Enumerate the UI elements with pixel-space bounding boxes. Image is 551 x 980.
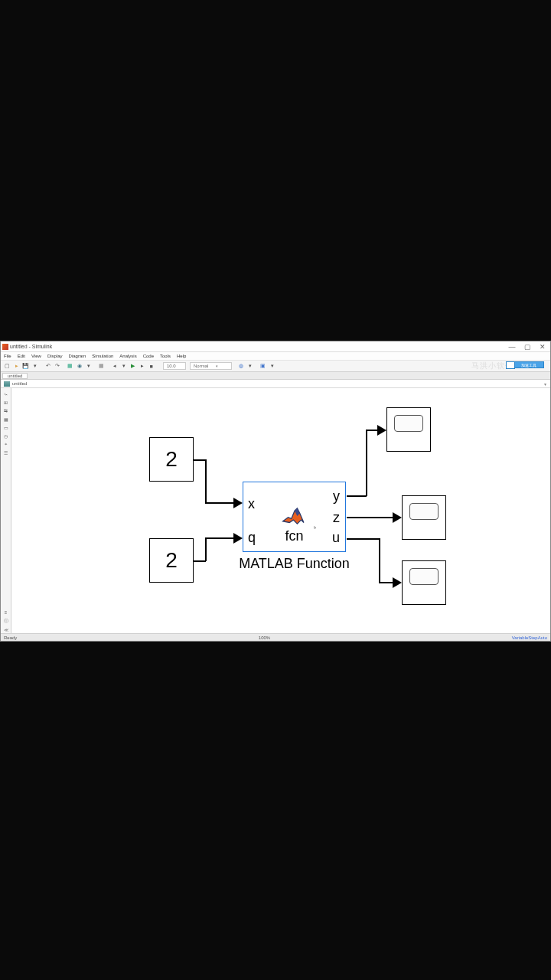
maximize-button[interactable]: ▢: [523, 343, 532, 351]
status-solver[interactable]: VariableStepAuto: [512, 635, 547, 640]
scope-screen-icon: [409, 503, 439, 520]
matlab-logo-icon: [282, 505, 308, 530]
constant-block-2[interactable]: 2: [149, 538, 194, 583]
port-y-label: y: [333, 488, 340, 505]
menu-code[interactable]: Code: [143, 354, 154, 358]
run-button[interactable]: ▶: [129, 362, 137, 371]
constant-block-1[interactable]: 2: [149, 437, 194, 482]
close-button[interactable]: ✕: [538, 343, 547, 351]
menu-analysis[interactable]: Analysis: [119, 354, 136, 358]
palette-tool[interactable]: ☰: [2, 449, 10, 456]
redo-button[interactable]: ↷: [53, 362, 61, 371]
arrowhead-icon: [233, 498, 243, 508]
menu-diagram[interactable]: Diagram: [69, 354, 86, 358]
wire: [194, 560, 206, 562]
update-button[interactable]: ▦: [97, 362, 106, 371]
status-zoom: 100%: [259, 635, 270, 640]
scope-block-1[interactable]: [386, 407, 431, 452]
menubar: File Edit View Display Diagram Simulatio…: [1, 352, 550, 361]
constant-1-value: 2: [165, 447, 178, 472]
palette: ⤿ ⊞ ⇆ ▦ ▭ ◷ ⌖ ☰ ≡ ⓘ ≪: [1, 388, 11, 633]
scope-screen-icon: [409, 568, 439, 585]
tabbar: untitled: [1, 372, 550, 380]
simulink-window: untitled - Simulink — ▢ ✕ File Edit View…: [0, 341, 551, 642]
wire: [347, 517, 393, 518]
app-icon: [2, 344, 8, 350]
wire: [205, 537, 207, 561]
content: ⤿ ⊞ ⇆ ▦ ▭ ◷ ⌖ ☰ ≡ ⓘ ≪ 2 2 x q y: [1, 388, 550, 633]
step-back-button[interactable]: ◂: [110, 362, 119, 371]
step-forward-button[interactable]: ▸: [138, 362, 146, 371]
window-controls: — ▢ ✕: [507, 343, 547, 351]
palette-tool[interactable]: ▭: [2, 423, 10, 431]
menu-display[interactable]: Display: [47, 354, 63, 358]
tab-untitled[interactable]: untitled: [2, 373, 28, 379]
titlebar: untitled - Simulink — ▢ ✕: [1, 341, 550, 352]
sim-mode-dropdown[interactable]: Normal ▾: [190, 362, 232, 370]
breadcrumb: untitled ▾: [1, 380, 550, 388]
step-back-drop[interactable]: ▾: [119, 362, 128, 371]
palette-tool[interactable]: ⤿: [2, 390, 10, 397]
record-button[interactable]: ▣: [259, 362, 267, 371]
matlab-function-block[interactable]: x q y z u fcn ᵇ MATLAB Function: [243, 482, 346, 552]
dropdown-icon[interactable]: ▾: [31, 362, 39, 371]
arrowhead-icon: [393, 512, 402, 523]
menu-edit[interactable]: Edit: [18, 354, 25, 358]
palette-tool[interactable]: ⓘ: [2, 617, 10, 625]
palette-tool[interactable]: ▦: [2, 415, 10, 423]
menu-file[interactable]: File: [4, 354, 11, 358]
breadcrumb-path[interactable]: untitled: [12, 381, 27, 386]
menu-view[interactable]: View: [31, 354, 41, 358]
scope-block-3[interactable]: [402, 560, 446, 605]
palette-tool[interactable]: ≪: [2, 626, 10, 633]
palette-tool[interactable]: ≡: [2, 609, 10, 616]
canvas[interactable]: 2 2 x q y z u fcn ᵇ MATLAB: [11, 388, 550, 633]
minimize-button[interactable]: —: [507, 343, 517, 351]
port-u-label: u: [332, 530, 340, 546]
titlebar-left: untitled - Simulink: [2, 344, 52, 350]
port-q-label: q: [248, 530, 256, 546]
record-drop[interactable]: ▾: [268, 362, 276, 371]
stop-time-value: 10.0: [167, 364, 176, 368]
port-z-label: z: [333, 510, 340, 526]
wire: [194, 459, 206, 461]
model-config-button[interactable]: ◉: [75, 362, 83, 371]
stop-button[interactable]: ■: [147, 362, 155, 371]
statusbar: Ready 100% VariableStepAuto: [1, 633, 550, 641]
fast-restart-button[interactable]: ◍: [236, 362, 245, 371]
palette-tool[interactable]: ◷: [2, 432, 10, 439]
library-button[interactable]: ▦: [66, 362, 74, 371]
menu-help[interactable]: Help: [177, 354, 186, 358]
stop-time-field[interactable]: 10.0: [163, 362, 186, 370]
palette-tool[interactable]: ⇆: [2, 407, 10, 414]
wire: [366, 430, 367, 496]
open-button[interactable]: ▸: [12, 362, 21, 371]
scope-screen-icon: [394, 415, 423, 432]
palette-tool[interactable]: ⊞: [2, 398, 10, 406]
undo-button[interactable]: ↶: [44, 362, 52, 371]
accelerator-button[interactable]: 加速工具: [514, 361, 544, 368]
wire: [379, 538, 380, 583]
palette-tool[interactable]: ⌖: [2, 440, 10, 448]
wire: [347, 495, 367, 497]
menu-simulation[interactable]: Simulation: [92, 354, 113, 358]
model-explorer-button[interactable]: ▾: [84, 362, 93, 371]
toolbar: ▢ ▸ 💾 ▾ ↶ ↷ ▦ ◉ ▾ ▦ ◂ ▾ ▶ ▸ ■ 10.0 Norma…: [1, 361, 550, 372]
port-x-label: x: [248, 496, 255, 512]
arrowhead-icon: [377, 425, 386, 436]
arrowhead-icon: [233, 533, 243, 544]
model-icon[interactable]: [4, 381, 10, 387]
fcn-caption: MATLAB Function: [239, 556, 350, 572]
wire: [366, 430, 378, 431]
chevron-down-icon[interactable]: ▾: [544, 381, 546, 387]
tab-label: untitled: [8, 374, 22, 378]
scope-block-2[interactable]: [402, 495, 446, 540]
new-button[interactable]: ▢: [3, 362, 11, 371]
arrowhead-icon: [393, 577, 402, 588]
save-button[interactable]: 💾: [21, 362, 30, 371]
fast-restart-drop[interactable]: ▾: [246, 362, 254, 371]
sim-mode-value: Normal: [194, 364, 208, 368]
fcn-name: fcn: [285, 528, 303, 544]
menu-tools[interactable]: Tools: [160, 354, 171, 358]
cursor-icon: ᵇ: [314, 525, 316, 532]
